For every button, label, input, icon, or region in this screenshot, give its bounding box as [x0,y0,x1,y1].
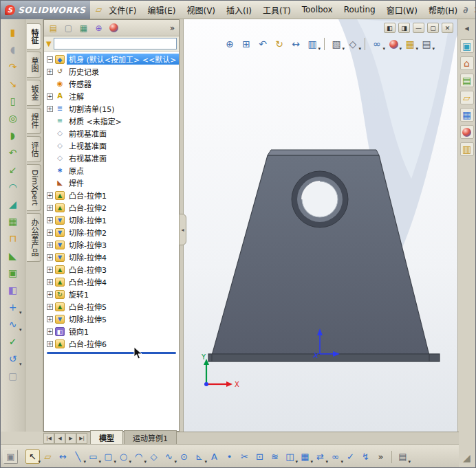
expander-icon[interactable]: + [47,279,53,285]
sketch-fillet-icon[interactable]: ⊾▾ [192,449,206,464]
tree-item[interactable]: +▼切除-拉伸2 [44,226,179,238]
side-tab-5[interactable]: 评估 [27,136,41,162]
previous-view-icon[interactable]: ↶ [255,37,270,51]
tree-item[interactable]: +▼切除-拉伸3 [44,238,179,251]
propertymanager-tab-icon[interactable]: ▢ [61,21,76,34]
display-relations-icon[interactable]: ∞▾ [328,449,343,464]
restore-doc-icon[interactable]: ▢ [427,23,439,33]
ellipse-icon[interactable]: ⊙ [177,449,191,464]
menu-f[interactable]: 文件(F) [103,1,142,19]
smart-dimension-icon[interactable]: ↔ [56,449,70,464]
tree-filter-input[interactable] [54,38,177,49]
expander-icon[interactable]: + [47,242,53,248]
point-icon[interactable]: • [222,449,237,464]
swept-cut-icon[interactable]: ↶ [5,145,21,160]
pan-icon[interactable]: ↔ [288,37,303,51]
side-tab-2[interactable]: 草图 [27,52,41,78]
apply-scene-icon[interactable]: ▦▾ [402,37,418,51]
fillet-icon[interactable]: ◠ [5,179,21,194]
file-explorer-icon[interactable]: ▱ [460,91,474,104]
tree-item[interactable]: +∗原点 [44,164,179,177]
display-style-icon[interactable]: ◇▾ [345,37,360,51]
convert-entities-icon[interactable]: ⊡ [252,449,267,464]
home-icon[interactable]: ⌂ [460,56,474,70]
expander-icon[interactable]: + [47,93,53,100]
tab-scroll-4[interactable]: ▶| [76,433,87,444]
tree-item[interactable]: +↻旋转1 [44,288,179,300]
expander-icon[interactable]: + [47,69,53,75]
expander-icon[interactable]: + [47,217,53,223]
revolved-cut-icon[interactable]: ◗ [5,128,21,143]
extruded-boss-icon[interactable]: ▮ [5,25,21,40]
side-tab-3[interactable]: 钣金 [27,80,41,106]
zoom-to-fit-icon[interactable]: ⊕ [222,37,237,51]
tree-item[interactable]: +◣焊件 [44,177,179,189]
helix-icon[interactable]: ↺▾ [5,351,21,366]
tree-item[interactable]: +▲凸台-拉伸5 [44,300,179,313]
expander-icon[interactable]: + [47,341,53,347]
tree-item[interactable]: +▼切除-拉伸1 [44,214,179,226]
collapse-task-pane-icon[interactable]: ◀ [460,22,474,36]
menu-h[interactable]: 帮助(H) [423,1,463,19]
lofted-boss-icon[interactable]: ↘ [5,76,21,91]
tree-item[interactable]: +▲凸台-拉伸3 [44,263,179,276]
menu-w[interactable]: 窗口(W) [381,1,423,19]
expander-icon[interactable]: + [47,205,53,211]
polygon-icon[interactable]: ◇ [147,449,161,464]
reference-geometry-icon[interactable]: +▾ [5,300,21,315]
extruded-cut-icon[interactable]: ▯ [5,93,21,109]
slot-icon[interactable]: ▢▾ [101,449,116,464]
expander-icon[interactable]: + [47,192,53,199]
mirror-entities-icon[interactable]: ◫▾ [283,449,297,464]
rectangle-icon[interactable]: ▭▾ [86,449,100,464]
tab-motion-study[interactable]: 运动算例1 [124,430,177,444]
dimxpertmanager-tab-icon[interactable]: ⊕ [91,21,106,34]
linear-sketch-pattern-icon[interactable]: ▦▾ [298,449,312,464]
part-hole[interactable] [292,171,348,227]
resize-grip-icon[interactable]: ◢ [460,451,474,465]
tree-item[interactable]: +◇上视基准面 [44,140,179,152]
mirror-feature-icon[interactable]: ◧ [5,282,21,298]
trim-entities-icon[interactable]: ✂ [237,449,252,464]
tree-item[interactable]: +▲凸台-拉伸6 [44,337,179,350]
menu-toolbox[interactable]: Toolbox [296,2,338,17]
rollback-bar[interactable] [47,352,176,354]
menu-e[interactable]: 编辑(E) [142,1,182,19]
expander-icon[interactable]: + [47,267,53,273]
tree-item[interactable]: +↺历史记录 [44,65,179,78]
panel-overflow-button[interactable]: » [168,23,177,33]
shell-icon[interactable]: ▣ [5,265,21,280]
splitter-handle[interactable]: ◂ [179,214,186,245]
hole-wizard-icon[interactable]: ◎ [5,111,21,126]
tree-item[interactable]: +◇前视基准面 [44,127,179,140]
side-tab-4[interactable]: 焊件 [27,108,41,134]
featuremanager-tab-icon[interactable]: ▤ [46,21,61,34]
zoom-to-area-icon[interactable]: ⊞ [239,37,254,51]
chamfer-icon[interactable]: ◢ [5,197,21,212]
tree-item[interactable]: +▲凸台-拉伸4 [44,276,179,288]
part-base-plate[interactable] [208,354,440,361]
displaymanager-tab-icon[interactable]: ● [107,21,121,34]
tree-item[interactable]: +▼切除-拉伸4 [44,251,179,263]
part-top-face[interactable] [268,150,379,155]
appearances-icon[interactable]: ● [460,125,474,139]
close-app-button[interactable]: ✕ [473,5,476,15]
collapse-expander-icon[interactable]: − [47,56,53,63]
rotate-view-icon[interactable]: ↻ [272,37,287,51]
curves-icon[interactable]: ∿▾ [5,317,21,332]
view-palette-icon[interactable]: ▦ [460,108,474,122]
swept-boss-icon[interactable]: ↷ [5,59,21,74]
side-tab-7[interactable]: 办公室产品 [27,213,41,262]
configurationmanager-tab-icon[interactable]: ▦ [76,21,91,34]
draft-icon[interactable]: ◣ [5,248,21,263]
expander-icon[interactable]: + [47,304,53,310]
expander-icon[interactable]: + [47,106,53,112]
toolbar-overflow-icon[interactable]: » [374,449,388,464]
spline-icon[interactable]: ∿▾ [162,449,176,464]
side-tab-1[interactable]: 特征 [27,23,41,49]
rib-icon[interactable]: ⊓ [5,231,21,246]
tree-item[interactable]: +▲凸台-拉伸2 [44,201,179,214]
revolved-boss-icon[interactable]: ◖ [5,42,21,57]
tree-item[interactable]: +≡材质 <未指定> [44,115,179,127]
offset-entities-icon[interactable]: ≋ [268,449,282,464]
